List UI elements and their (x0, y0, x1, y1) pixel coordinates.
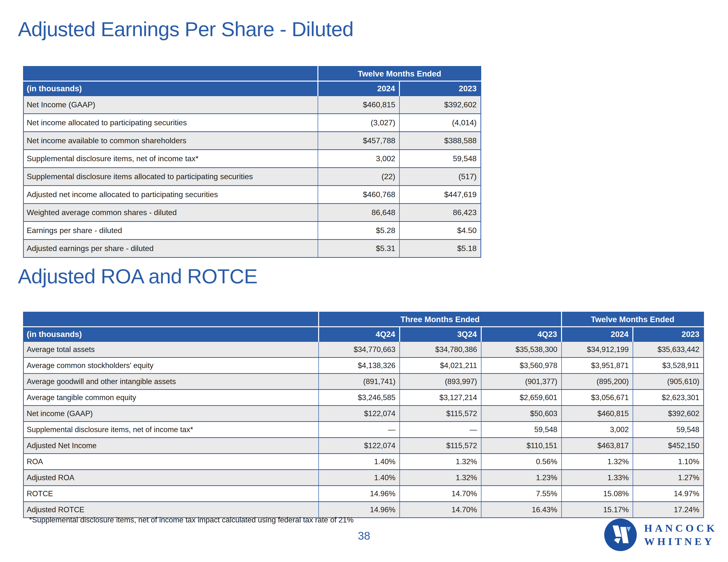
value-cell: 59,548 (633, 422, 704, 438)
value-cell: 1.10% (633, 454, 704, 470)
logo-wordmark-line2: WHITNEY (644, 535, 717, 548)
table-row: Adjusted ROTCE 14.96% 14.70% 16.43% 15.1… (24, 502, 704, 518)
value-cell: $4,138,326 (319, 358, 400, 374)
value-cell: — (400, 422, 481, 438)
column-header: 4Q24 (319, 327, 400, 342)
eps-group-header-row: Twelve Months Ended (24, 66, 481, 81)
value-cell: $447,619 (399, 186, 481, 204)
logo-wordmark-line1: HANCOCK (644, 521, 717, 535)
value-cell: $460,768 (318, 186, 399, 204)
value-cell: 59,548 (481, 422, 562, 438)
row-label-cell: Supplemental disclosure items, net of in… (24, 422, 319, 438)
page-title-roa: Adjusted ROA and ROTCE (18, 264, 257, 288)
value-cell: (895,200) (562, 374, 633, 390)
row-label-cell: Supplemental disclosure items allocated … (24, 168, 318, 186)
hancock-whitney-logo: HANCOCK WHITNEY (604, 519, 717, 551)
value-cell: $457,788 (318, 132, 399, 150)
value-cell: (4,014) (399, 114, 481, 132)
value-cell: $5.28 (318, 222, 399, 239)
table-row: Net income allocated to participating se… (24, 114, 481, 132)
value-cell: 1.32% (562, 454, 633, 470)
eps-corner-blank (24, 66, 318, 81)
table-row: ROTCE 14.96% 14.70% 7.55% 15.08% 14.97% (24, 486, 704, 502)
column-header: 3Q24 (400, 327, 481, 342)
roa-group-header-row: Three Months Ended Twelve Months Ended (24, 312, 704, 327)
value-cell: $2,623,301 (633, 390, 704, 406)
value-cell: $4,021,211 (400, 358, 481, 374)
value-cell: $3,127,214 (400, 390, 481, 406)
value-cell: (901,377) (481, 374, 562, 390)
roa-corner-blank (24, 312, 319, 327)
footnote: *Supplemental disclosure items, net of i… (29, 516, 354, 524)
table-row: Adjusted ROA 1.40% 1.32% 1.23% 1.33% 1.2… (24, 470, 704, 486)
value-cell: $3,056,671 (562, 390, 633, 406)
row-label-cell: Net Income (GAAP) (24, 96, 318, 114)
table-row: Average goodwill and other intangible as… (24, 374, 704, 390)
column-header: 2024 (562, 327, 633, 342)
row-label-cell: Adjusted ROA (24, 470, 319, 486)
value-cell: 14.96% (319, 486, 400, 502)
value-cell: 1.32% (400, 454, 481, 470)
value-cell: 14.70% (400, 502, 481, 518)
value-cell: 14.96% (319, 502, 400, 518)
roa-column-header-row: (in thousands) 4Q24 3Q24 4Q23 2024 2023 (24, 327, 704, 342)
row-label-cell: Adjusted Net Income (24, 438, 319, 454)
value-cell: (891,741) (319, 374, 400, 390)
page-title-eps: Adjusted Earnings Per Share - Diluted (18, 17, 353, 41)
eps-table: Twelve Months Ended (in thousands) 2024 … (23, 66, 481, 258)
value-cell: $392,602 (633, 406, 704, 422)
row-label-cell: Adjusted net income allocated to partici… (24, 186, 318, 204)
value-cell: — (319, 422, 400, 438)
row-label-cell: Average common stockholders' equity (24, 358, 319, 374)
table-row: Net income available to common sharehold… (24, 132, 481, 150)
table-row: Supplemental disclosure items, net of in… (24, 150, 481, 168)
table-row: Average common stockholders' equity $4,1… (24, 358, 704, 374)
row-label-cell: Supplemental disclosure items, net of in… (24, 150, 318, 168)
value-cell: 3,002 (318, 150, 399, 168)
table-row: Supplemental disclosure items, net of in… (24, 422, 704, 438)
table-row: Net income (GAAP) $122,074 $115,572 $50,… (24, 406, 704, 422)
value-cell: 86,423 (399, 204, 481, 222)
value-cell: 16.43% (481, 502, 562, 518)
value-cell: $34,770,663 (319, 342, 400, 358)
value-cell: $3,528,911 (633, 358, 704, 374)
value-cell: 86,648 (318, 204, 399, 222)
value-cell: (905,610) (633, 374, 704, 390)
value-cell: $392,602 (399, 96, 481, 114)
column-header: 4Q23 (481, 327, 562, 342)
value-cell: (517) (399, 168, 481, 186)
value-cell: $4.50 (399, 222, 481, 239)
table-row: Supplemental disclosure items allocated … (24, 168, 481, 186)
value-cell: $388,588 (399, 132, 481, 150)
value-cell: $35,633,442 (633, 342, 704, 358)
value-cell: 1.23% (481, 470, 562, 486)
row-label-cell: Average total assets (24, 342, 319, 358)
table-row: Net Income (GAAP) $460,815 $392,602 (24, 96, 481, 114)
value-cell: $5.31 (318, 239, 399, 257)
table-row: Weighted average common shares - diluted… (24, 204, 481, 222)
roa-colgroup-twelve-months: Twelve Months Ended (562, 312, 704, 327)
value-cell: $115,572 (400, 406, 481, 422)
value-cell: $34,912,199 (562, 342, 633, 358)
value-cell: 3,002 (562, 422, 633, 438)
column-header: 2023 (633, 327, 704, 342)
value-cell: (3,027) (318, 114, 399, 132)
value-cell: (893,997) (400, 374, 481, 390)
value-cell: 1.33% (562, 470, 633, 486)
table-row: ROA 1.40% 1.32% 0.56% 1.32% 1.10% (24, 454, 704, 470)
row-label-cell: Adjusted earnings per share - diluted (24, 239, 318, 257)
hancock-whitney-logo-mark-icon (604, 519, 637, 551)
value-cell: $50,603 (481, 406, 562, 422)
value-cell: (22) (318, 168, 399, 186)
value-cell: $463,817 (562, 438, 633, 454)
table-row: Adjusted net income allocated to partici… (24, 186, 481, 204)
value-cell: 14.70% (400, 486, 481, 502)
value-cell: $122,074 (319, 406, 400, 422)
table-row: Average tangible common equity $3,246,58… (24, 390, 704, 406)
value-cell: $34,780,386 (400, 342, 481, 358)
roa-colgroup-three-months: Three Months Ended (319, 312, 562, 327)
row-label-cell: Adjusted ROTCE (24, 502, 319, 518)
value-cell: $3,560,978 (481, 358, 562, 374)
eps-colgroup-twelve-months: Twelve Months Ended (318, 66, 481, 81)
column-header: 2023 (399, 81, 481, 96)
